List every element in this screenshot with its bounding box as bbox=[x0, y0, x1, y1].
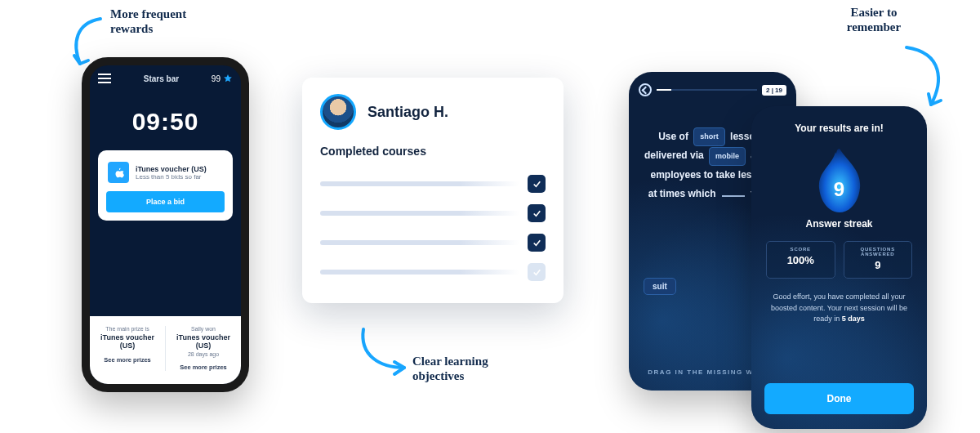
flame-icon: 9 bbox=[811, 145, 868, 215]
back-icon[interactable] bbox=[639, 83, 652, 96]
prize-main: iTunes voucher (US) bbox=[96, 333, 158, 350]
course-row bbox=[320, 228, 546, 257]
course-row bbox=[320, 199, 546, 228]
completed-courses-title: Completed courses bbox=[320, 145, 546, 158]
summary-bold: 5 days bbox=[842, 315, 865, 323]
avatar bbox=[320, 94, 356, 130]
results-title: Your results are in! bbox=[751, 106, 927, 134]
token-short[interactable]: short bbox=[693, 127, 725, 146]
place-bid-button[interactable]: Place a bid bbox=[106, 191, 225, 212]
phone-rewards: Stars bar 99 09:50 iTunes voucher (US) L… bbox=[82, 57, 249, 392]
countdown-timer: 09:50 bbox=[90, 88, 241, 150]
course-checkbox[interactable] bbox=[528, 234, 546, 252]
course-row bbox=[320, 169, 546, 199]
course-checkbox[interactable] bbox=[528, 175, 546, 193]
course-placeholder bbox=[320, 240, 519, 245]
question-counter: 2 | 19 bbox=[762, 85, 786, 96]
stars-counter[interactable]: 99 bbox=[212, 74, 233, 83]
stat-questions: Questions answered 9 bbox=[844, 241, 913, 279]
stars-count: 99 bbox=[212, 74, 220, 83]
draggable-chip[interactable]: suit bbox=[644, 278, 676, 292]
stat-label: Questions answered bbox=[848, 247, 909, 257]
itunes-icon bbox=[108, 162, 129, 183]
course-row bbox=[320, 257, 546, 287]
prize-winner-col: Sally won iTunes voucher (US) 28 days ag… bbox=[165, 326, 241, 371]
course-checkbox[interactable] bbox=[528, 263, 546, 281]
quiz-text: at times which bbox=[648, 188, 716, 199]
learner-name: Santiago H. bbox=[368, 104, 448, 121]
reward-title: iTunes voucher (US) bbox=[136, 165, 207, 173]
token-suit[interactable]: suit bbox=[644, 278, 676, 295]
callout-rewards: More frequent rewards bbox=[110, 7, 216, 36]
menu-icon[interactable] bbox=[98, 74, 111, 83]
arrow-icon bbox=[355, 323, 421, 391]
prize-over: Sally won bbox=[172, 326, 234, 332]
see-more-prizes-link[interactable]: See more prizes bbox=[96, 356, 158, 364]
streak-label: Answer streak bbox=[751, 218, 927, 230]
prize-sub: 28 days ago bbox=[172, 351, 234, 357]
quiz-blank[interactable] bbox=[722, 189, 745, 197]
course-placeholder bbox=[320, 211, 519, 216]
star-icon bbox=[223, 74, 233, 83]
quiz-progress bbox=[657, 89, 757, 91]
stars-bar-label: Stars bar bbox=[144, 74, 179, 83]
phone-results: Your results are in! 9 Answer streak Sco… bbox=[751, 106, 927, 429]
stat-label: Score bbox=[770, 247, 831, 252]
stat-value: 9 bbox=[848, 259, 909, 271]
course-placeholder bbox=[320, 181, 519, 186]
callout-objectives: Clear learning objectives bbox=[412, 354, 535, 383]
callout-remember: Easier to remember bbox=[829, 5, 919, 34]
quiz-text: Use of bbox=[658, 131, 688, 142]
prize-main-col: The main prize is iTunes voucher (US) Se… bbox=[90, 326, 165, 371]
reward-subtitle: Less than 5 bids so far bbox=[136, 173, 207, 181]
summary-text: Good effort, you have completed all your… bbox=[771, 292, 907, 323]
stat-value: 100% bbox=[770, 254, 831, 266]
prizes-panel: The main prize is iTunes voucher (US) Se… bbox=[90, 316, 241, 384]
quiz-text: delivered via bbox=[644, 150, 704, 161]
course-checkbox[interactable] bbox=[528, 204, 546, 222]
token-mobile[interactable]: mobile bbox=[709, 147, 746, 166]
done-button[interactable]: Done bbox=[764, 383, 914, 414]
results-summary: Good effort, you have completed all your… bbox=[751, 279, 927, 325]
course-placeholder bbox=[320, 270, 519, 275]
see-more-prizes-link[interactable]: See more prizes bbox=[172, 364, 234, 371]
prize-main: iTunes voucher (US) bbox=[172, 333, 234, 350]
learner-card: Santiago H. Completed courses bbox=[302, 78, 564, 303]
stat-score: Score 100% bbox=[766, 241, 835, 279]
reward-card: iTunes voucher (US) Less than 5 bids so … bbox=[98, 150, 233, 221]
prize-over: The main prize is bbox=[96, 326, 158, 332]
streak-number: 9 bbox=[834, 178, 844, 201]
